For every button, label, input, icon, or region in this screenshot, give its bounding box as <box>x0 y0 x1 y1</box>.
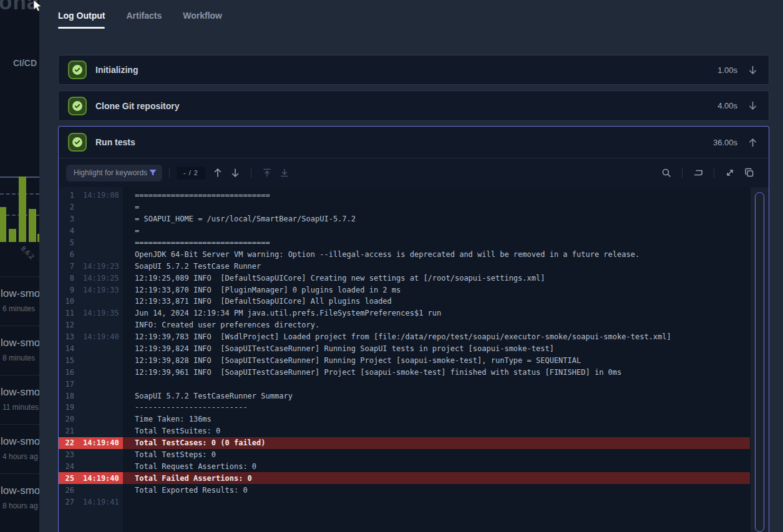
log-line-timestamp: 14:19:08 <box>83 191 122 200</box>
run-history-item[interactable]: low-smo 4 hours ag <box>0 424 39 473</box>
chevron-down-icon[interactable] <box>747 100 758 111</box>
step-initializing[interactable]: Initializing 1.00s <box>58 55 769 85</box>
log-line: 4 = <box>59 225 750 237</box>
previous-match-button[interactable] <box>211 166 225 180</box>
tab-log-output[interactable]: Log Output <box>58 0 105 29</box>
tab-artifacts[interactable]: Artifacts <box>126 0 162 29</box>
log-line: 13 14:19:40 12:19:39,783 INFO [WsdlProje… <box>59 331 750 343</box>
log-line: 22 14:19:40 Total TestCases: 0 (0 failed… <box>59 437 750 449</box>
log-line: 19 ------------------------- <box>59 402 750 414</box>
log-line-text: ------------------------- <box>135 403 248 412</box>
wrap-lines-icon[interactable] <box>691 166 705 180</box>
log-line-text: 12:19:25,089 INFO [DefaultSoapUICore] Cr… <box>135 274 545 283</box>
log-line-number: 19 <box>59 403 74 412</box>
log-line: 11 14:19:35 Jun 14, 2024 12:19:34 PM jav… <box>59 307 750 319</box>
log-line-timestamp: 14:19:40 <box>83 474 122 483</box>
log-lines: 1 14:19:08 =============================… <box>59 190 750 508</box>
log-line: 16 12:19:39,961 INFO [SoapUITestCaseRunn… <box>59 366 750 378</box>
log-line-number: 17 <box>59 380 74 389</box>
log-line-number: 16 <box>59 368 74 377</box>
log-line: 10 12:19:33,871 INFO [DefaultSoapUICore]… <box>59 296 750 307</box>
log-line-number: 1 <box>59 191 74 200</box>
log-line-number: 11 <box>59 309 74 317</box>
log-line-number: 7 <box>59 262 74 271</box>
run-history-item[interactable]: low-smo 6 minutes <box>0 276 39 326</box>
run-history-list: low-smo 6 minutes low-smo 8 minutes low-… <box>0 276 39 523</box>
log-line-number: 24 <box>59 462 74 471</box>
keyword-highlight-input[interactable]: Highlight for keywords <box>66 165 162 181</box>
log-line: 6 OpenJDK 64-Bit Server VM warning: Opti… <box>59 248 750 260</box>
log-line-text: INFO: Created user preferences directory… <box>135 321 319 329</box>
log-line-number: 18 <box>59 392 74 400</box>
scrollbar-thumb[interactable] <box>755 192 764 532</box>
divider <box>251 168 251 178</box>
log-line: 26 Total Exported Results: 0 <box>59 484 750 496</box>
log-line-text: Total TestSteps: 0 <box>135 450 216 459</box>
log-line-text: Total Exported Results: 0 <box>135 486 248 495</box>
run-time: 8 hours ag <box>2 501 38 510</box>
run-history-item[interactable]: low-smo 8 minutes <box>0 326 39 375</box>
log-line-timestamp: 14:19:33 <box>83 286 122 294</box>
log-line: 2 = <box>59 201 750 213</box>
app-logo[interactable]: ona <box>0 0 39 14</box>
log-line-number: 22 <box>59 438 74 447</box>
run-history-item[interactable]: low-smo 11 minutes <box>0 375 39 424</box>
log-line: 23 Total TestSteps: 0 <box>59 449 750 461</box>
log-line-text: = SOAPUI_HOME = /usr/local/SmartBear/Soa… <box>135 215 356 223</box>
log-line: 5 ============================== <box>59 237 750 249</box>
tab-workflow[interactable]: Workflow <box>183 0 222 29</box>
log-line: 17 <box>59 378 750 390</box>
chevron-up-icon[interactable] <box>747 137 758 148</box>
divider <box>169 168 170 178</box>
log-line-number: 14 <box>59 344 74 353</box>
expand-fullscreen-icon[interactable] <box>723 166 737 180</box>
log-line-text: 12:19:39,824 INFO [SoapUITestCaseRunner]… <box>135 344 554 353</box>
log-line-text: ============================== <box>135 238 270 247</box>
chart-bar <box>19 177 26 242</box>
log-line-number: 6 <box>59 250 74 259</box>
scrollbar-track[interactable] <box>751 187 769 532</box>
step-run-tests-header[interactable]: Run tests 36.00s <box>59 127 769 158</box>
scroll-to-top-button[interactable] <box>260 166 274 180</box>
log-line: 14 12:19:39,824 INFO [SoapUITestCaseRunn… <box>59 343 750 355</box>
run-title: low-smo <box>1 337 39 349</box>
search-icon[interactable] <box>659 166 673 180</box>
log-line-number: 13 <box>59 332 74 341</box>
log-line-number: 3 <box>59 215 74 223</box>
log-line-text: = <box>135 203 139 211</box>
log-line-text: 12:19:33,870 INFO [PluginManager] 0 plug… <box>135 286 401 294</box>
log-line: 9 14:19:33 12:19:33,870 INFO [PluginMana… <box>59 284 750 296</box>
chart-x-axis-label: 8.6.2 <box>20 244 36 261</box>
log-line-timestamp: 14:19:40 <box>83 438 122 447</box>
chevron-down-icon[interactable] <box>747 65 758 75</box>
filter-funnel-icon <box>148 168 157 177</box>
log-line-number: 10 <box>59 297 74 306</box>
log-line-number: 2 <box>59 203 74 211</box>
copy-icon[interactable] <box>742 166 756 180</box>
success-check-icon <box>68 97 87 115</box>
log-line-text: Total Request Assertions: 0 <box>135 462 256 471</box>
log-line: 1 14:19:08 =============================… <box>59 190 750 201</box>
log-line-number: 26 <box>59 486 74 495</box>
log-line: 18 SoapUI 5.7.2 TestCaseRunner Summary <box>59 390 750 402</box>
log-line: 8 14:19:25 12:19:25,089 INFO [DefaultSoa… <box>59 272 750 284</box>
chart-bar <box>9 229 16 242</box>
log-toolbar: Highlight for keywords - / 2 <box>59 158 769 187</box>
next-match-button[interactable] <box>228 166 242 180</box>
log-line-text: = <box>135 226 139 235</box>
divider <box>714 168 714 178</box>
log-line-text: SoapUI 5.7.2 TestCase Runner <box>135 262 261 271</box>
log-line-text: Total TestSuites: 0 <box>135 427 220 435</box>
sidebar-section-label: CI/CD <box>13 58 37 68</box>
step-clone-git-repository[interactable]: Clone Git repository 4.00s <box>58 90 769 121</box>
run-history-item[interactable]: low-smo 8 hours ag <box>0 473 39 523</box>
match-counter: - / 2 <box>177 167 205 180</box>
log-line-number: 12 <box>59 321 74 329</box>
scroll-to-bottom-button[interactable] <box>278 166 291 180</box>
step-name: Clone Git repository <box>95 101 180 111</box>
log-line-text: ============================== <box>135 191 270 200</box>
log-line-text: SoapUI 5.7.2 TestCaseRunner Summary <box>135 392 293 400</box>
step-duration: 36.00s <box>713 138 737 147</box>
log-line-number: 8 <box>59 274 74 283</box>
log-line-number: 27 <box>59 498 74 506</box>
